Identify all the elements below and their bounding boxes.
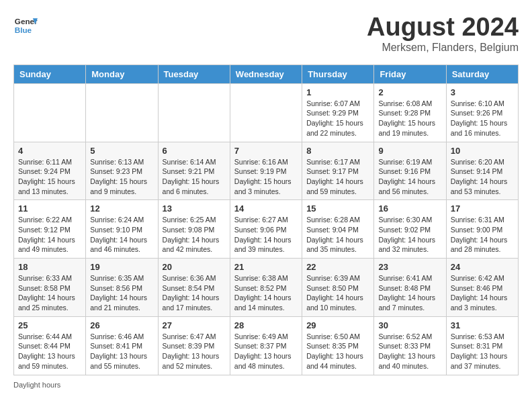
day-detail: Sunrise: 6:24 AM Sunset: 9:10 PM Dayligh… [90, 215, 153, 255]
day-detail: Sunrise: 6:38 AM Sunset: 8:52 PM Dayligh… [234, 273, 298, 313]
day-detail: Sunrise: 6:41 AM Sunset: 8:48 PM Dayligh… [378, 273, 441, 313]
day-number: 28 [234, 320, 298, 330]
svg-text:Blue: Blue [15, 26, 32, 34]
calendar-cell: 15Sunrise: 6:28 AM Sunset: 9:04 PM Dayli… [302, 200, 374, 259]
day-detail: Sunrise: 6:27 AM Sunset: 9:06 PM Dayligh… [234, 215, 298, 255]
day-number: 23 [378, 262, 441, 272]
day-detail: Sunrise: 6:11 AM Sunset: 9:24 PM Dayligh… [18, 157, 81, 197]
day-number: 2 [378, 87, 441, 97]
calendar-cell [86, 83, 158, 142]
calendar-cell: 21Sunrise: 6:38 AM Sunset: 8:52 PM Dayli… [230, 259, 302, 317]
day-number: 9 [378, 146, 441, 156]
calendar-cell: 6Sunrise: 6:14 AM Sunset: 9:21 PM Daylig… [158, 142, 230, 200]
day-detail: Sunrise: 6:10 AM Sunset: 9:26 PM Dayligh… [451, 99, 514, 138]
day-detail: Sunrise: 6:30 AM Sunset: 9:02 PM Dayligh… [378, 215, 441, 255]
day-number: 1 [306, 87, 369, 97]
day-detail: Sunrise: 6:13 AM Sunset: 9:23 PM Dayligh… [90, 157, 153, 197]
calendar-cell: 28Sunrise: 6:49 AM Sunset: 8:37 PM Dayli… [230, 316, 302, 375]
calendar-cell [230, 83, 302, 142]
calendar-cell: 26Sunrise: 6:46 AM Sunset: 8:41 PM Dayli… [86, 316, 158, 375]
day-header-monday: Monday [86, 64, 158, 83]
day-number: 11 [18, 203, 81, 214]
calendar-cell: 23Sunrise: 6:41 AM Sunset: 8:48 PM Dayli… [374, 259, 446, 317]
day-detail: Sunrise: 6:52 AM Sunset: 8:33 PM Dayligh… [378, 332, 441, 371]
day-detail: Sunrise: 6:14 AM Sunset: 9:21 PM Dayligh… [163, 157, 226, 197]
day-number: 10 [451, 146, 514, 156]
day-header-friday: Friday [374, 64, 446, 83]
calendar-cell: 8Sunrise: 6:17 AM Sunset: 9:17 PM Daylig… [302, 142, 374, 200]
day-detail: Sunrise: 6:39 AM Sunset: 8:50 PM Dayligh… [306, 273, 369, 313]
day-number: 8 [306, 146, 369, 156]
day-detail: Sunrise: 6:50 AM Sunset: 8:35 PM Dayligh… [306, 332, 369, 371]
calendar-table: SundayMondayTuesdayWednesdayThursdayFrid… [13, 64, 519, 375]
calendar-week-4: 18Sunrise: 6:33 AM Sunset: 8:58 PM Dayli… [14, 259, 519, 317]
day-number: 19 [90, 262, 153, 272]
day-detail: Sunrise: 6:28 AM Sunset: 9:04 PM Dayligh… [306, 215, 369, 255]
calendar-cell: 4Sunrise: 6:11 AM Sunset: 9:24 PM Daylig… [14, 142, 86, 200]
day-number: 30 [378, 320, 441, 330]
logo-icon: General Blue [13, 13, 38, 38]
title-block: August 2024 Merksem, Flanders, Belgium [367, 13, 519, 54]
day-header-wednesday: Wednesday [230, 64, 302, 83]
day-header-sunday: Sunday [14, 64, 86, 83]
calendar-cell: 19Sunrise: 6:35 AM Sunset: 8:56 PM Dayli… [86, 259, 158, 317]
day-number: 14 [234, 203, 298, 214]
calendar-cell: 7Sunrise: 6:16 AM Sunset: 9:19 PM Daylig… [230, 142, 302, 200]
day-detail: Sunrise: 6:33 AM Sunset: 8:58 PM Dayligh… [18, 273, 81, 313]
calendar-cell: 5Sunrise: 6:13 AM Sunset: 9:23 PM Daylig… [86, 142, 158, 200]
day-detail: Sunrise: 6:44 AM Sunset: 8:44 PM Dayligh… [18, 332, 81, 371]
day-number: 7 [234, 146, 298, 156]
calendar-cell: 22Sunrise: 6:39 AM Sunset: 8:50 PM Dayli… [302, 259, 374, 317]
calendar-cell: 9Sunrise: 6:19 AM Sunset: 9:16 PM Daylig… [374, 142, 446, 200]
calendar-cell: 31Sunrise: 6:53 AM Sunset: 8:31 PM Dayli… [446, 316, 518, 375]
calendar-cell: 20Sunrise: 6:36 AM Sunset: 8:54 PM Dayli… [158, 259, 230, 317]
day-number: 13 [163, 203, 226, 214]
calendar-cell: 3Sunrise: 6:10 AM Sunset: 9:26 PM Daylig… [446, 83, 518, 142]
day-number: 17 [451, 203, 514, 214]
calendar-cell: 13Sunrise: 6:25 AM Sunset: 9:08 PM Dayli… [158, 200, 230, 259]
calendar-cell: 1Sunrise: 6:07 AM Sunset: 9:29 PM Daylig… [302, 83, 374, 142]
day-number: 24 [451, 262, 514, 272]
calendar-cell [14, 83, 86, 142]
day-detail: Sunrise: 6:42 AM Sunset: 8:46 PM Dayligh… [451, 273, 514, 313]
day-detail: Sunrise: 6:53 AM Sunset: 8:31 PM Dayligh… [451, 332, 514, 371]
day-detail: Sunrise: 6:19 AM Sunset: 9:16 PM Dayligh… [378, 157, 441, 197]
calendar-week-3: 11Sunrise: 6:22 AM Sunset: 9:12 PM Dayli… [14, 200, 519, 259]
day-number: 5 [90, 146, 153, 156]
calendar-cell: 12Sunrise: 6:24 AM Sunset: 9:10 PM Dayli… [86, 200, 158, 259]
day-number: 21 [234, 262, 298, 272]
page-title: August 2024 [367, 13, 519, 42]
day-number: 26 [90, 320, 153, 330]
page-subtitle: Merksem, Flanders, Belgium [367, 42, 519, 54]
day-detail: Sunrise: 6:22 AM Sunset: 9:12 PM Dayligh… [18, 215, 81, 255]
calendar-header-row: SundayMondayTuesdayWednesdayThursdayFrid… [14, 64, 519, 83]
day-detail: Sunrise: 6:49 AM Sunset: 8:37 PM Dayligh… [234, 332, 298, 371]
calendar-cell: 14Sunrise: 6:27 AM Sunset: 9:06 PM Dayli… [230, 200, 302, 259]
day-number: 6 [163, 146, 226, 156]
calendar-cell: 27Sunrise: 6:47 AM Sunset: 8:39 PM Dayli… [158, 316, 230, 375]
calendar-footer: Daylight hours [13, 381, 519, 389]
day-number: 16 [378, 203, 441, 214]
calendar-cell: 11Sunrise: 6:22 AM Sunset: 9:12 PM Dayli… [14, 200, 86, 259]
day-detail: Sunrise: 6:31 AM Sunset: 9:00 PM Dayligh… [451, 215, 514, 255]
day-detail: Sunrise: 6:08 AM Sunset: 9:28 PM Dayligh… [378, 99, 441, 138]
page-header: General Blue August 2024 Merksem, Flande… [13, 13, 519, 54]
day-detail: Sunrise: 6:07 AM Sunset: 9:29 PM Dayligh… [306, 99, 369, 138]
day-detail: Sunrise: 6:16 AM Sunset: 9:19 PM Dayligh… [234, 157, 298, 197]
day-number: 29 [306, 320, 369, 330]
day-detail: Sunrise: 6:20 AM Sunset: 9:14 PM Dayligh… [451, 157, 514, 197]
calendar-cell: 30Sunrise: 6:52 AM Sunset: 8:33 PM Dayli… [374, 316, 446, 375]
day-header-tuesday: Tuesday [158, 64, 230, 83]
day-detail: Sunrise: 6:46 AM Sunset: 8:41 PM Dayligh… [90, 332, 153, 371]
day-detail: Sunrise: 6:47 AM Sunset: 8:39 PM Dayligh… [163, 332, 226, 371]
day-detail: Sunrise: 6:17 AM Sunset: 9:17 PM Dayligh… [306, 157, 369, 197]
day-number: 22 [306, 262, 369, 272]
day-number: 3 [451, 87, 514, 97]
day-detail: Sunrise: 6:35 AM Sunset: 8:56 PM Dayligh… [90, 273, 153, 313]
day-detail: Sunrise: 6:25 AM Sunset: 9:08 PM Dayligh… [163, 215, 226, 255]
calendar-cell [158, 83, 230, 142]
day-number: 4 [18, 146, 81, 156]
logo: General Blue [13, 13, 38, 38]
day-number: 27 [163, 320, 226, 330]
day-number: 25 [18, 320, 81, 330]
